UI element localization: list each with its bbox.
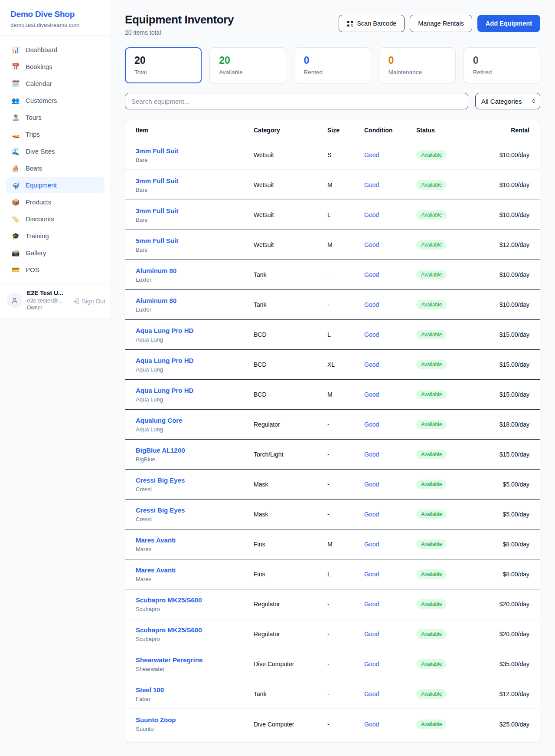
sidebar-item-label: Calendar [26, 80, 52, 87]
sidebar-item-dashboard[interactable]: 📊 Dashboard [6, 42, 104, 58]
category-select[interactable]: All Categories [475, 93, 540, 109]
condition-link[interactable]: Good [364, 601, 379, 608]
items-total-count: 20 items total [125, 29, 234, 36]
condition-link[interactable]: Good [364, 181, 379, 188]
condition-cell: Good [364, 421, 416, 428]
speedboat-icon: 🚤 [11, 131, 20, 138]
sidebar-item-equipment[interactable]: 🤿 Equipment [6, 177, 104, 193]
category-cell: Regulator [254, 601, 327, 608]
sidebar-item-calendar[interactable]: 🗓️ Calendar [6, 76, 104, 92]
item-cell: Cressi Big Eyes Cressi [136, 506, 254, 523]
condition-link[interactable]: Good [364, 211, 379, 218]
condition-link[interactable]: Good [364, 241, 379, 248]
condition-link[interactable]: Good [364, 631, 379, 638]
condition-link[interactable]: Good [364, 661, 379, 667]
condition-cell: Good [364, 720, 416, 728]
stat-card-maintenance[interactable]: 0 Maintenance [379, 47, 456, 83]
status-cell: Available [416, 270, 490, 279]
status-badge: Available [416, 420, 447, 429]
sign-out-button[interactable]: Sign Out [72, 298, 105, 305]
sidebar-item-discounts[interactable]: 🏷️ Discounts [6, 211, 104, 227]
sidebar-item-label: Gallery [26, 249, 46, 256]
sidebar-item-label: Training [26, 232, 49, 240]
item-link[interactable]: Scubapro MK25/S600 [136, 626, 202, 634]
condition-link[interactable]: Good [364, 391, 379, 398]
item-brand: Cressi [136, 516, 254, 523]
condition-link[interactable]: Good [364, 421, 379, 428]
condition-link[interactable]: Good [364, 571, 379, 578]
stat-card-retired[interactable]: 0 Retired [464, 47, 540, 83]
item-cell: 5mm Full Suit Bare [136, 237, 254, 253]
item-link[interactable]: Suunto Zoop [136, 716, 176, 723]
sidebar-item-bookings[interactable]: 📅 Bookings [6, 59, 104, 75]
column-header-status: Status [416, 127, 490, 134]
sidebar-item-customers[interactable]: 👥 Customers [6, 92, 104, 108]
search-input[interactable] [125, 93, 468, 109]
add-equipment-button[interactable]: Add Equipment [477, 15, 540, 32]
status-badge: Available [416, 629, 447, 639]
sidebar-item-boats[interactable]: ⛵ Boats [6, 160, 104, 176]
condition-link[interactable]: Good [364, 721, 379, 728]
sidebar-item-pos[interactable]: 💳 POS [6, 262, 104, 278]
condition-link[interactable]: Good [364, 331, 379, 338]
sidebar-item-gallery[interactable]: 📸 Gallery [6, 245, 104, 261]
item-brand: Shearwater [136, 666, 254, 672]
stat-card-total[interactable]: 20 Total [125, 47, 202, 83]
stat-card-available[interactable]: 20 Available [209, 47, 286, 83]
status-badge: Available [416, 270, 447, 279]
item-link[interactable]: Mares Avanti [136, 536, 176, 544]
sidebar-item-dive-sites[interactable]: 🌊 Dive Sites [6, 143, 104, 159]
item-link[interactable]: Cressi Big Eyes [136, 506, 185, 514]
sidebar-item-trips[interactable]: 🚤 Trips [6, 126, 104, 142]
item-link[interactable]: Cressi Big Eyes [136, 477, 185, 484]
condition-link[interactable]: Good [364, 151, 379, 158]
item-link[interactable]: Aqualung Core [136, 417, 183, 424]
item-link[interactable]: Shearwater Peregrine [136, 656, 202, 664]
condition-link[interactable]: Good [364, 451, 379, 458]
sidebar-item-label: Bookings [26, 63, 52, 70]
item-link[interactable]: Aqua Lung Pro HD [136, 357, 193, 364]
status-badge: Available [416, 210, 447, 220]
condition-link[interactable]: Good [364, 361, 379, 368]
condition-link[interactable]: Good [364, 511, 379, 518]
item-link[interactable]: Aluminum 80 [136, 267, 176, 274]
item-link[interactable]: Scubapro MK25/S600 [136, 596, 202, 604]
item-brand: Scubapro [136, 606, 254, 612]
item-link[interactable]: Mares Avanti [136, 566, 176, 574]
status-cell: Available [416, 599, 490, 609]
filter-row: All Categories [125, 93, 540, 109]
condition-link[interactable]: Good [364, 301, 379, 308]
condition-link[interactable]: Good [364, 481, 379, 488]
item-link[interactable]: 3mm Full Suit [136, 207, 178, 214]
item-brand: Mares [136, 546, 254, 552]
item-link[interactable]: Aqua Lung Pro HD [136, 327, 193, 334]
sidebar-item-tours[interactable]: 🏝️ Tours [6, 109, 104, 125]
size-cell: - [327, 721, 364, 728]
condition-link[interactable]: Good [364, 541, 379, 548]
rental-price: $12.00/day [490, 241, 529, 248]
item-link[interactable]: 5mm Full Suit [136, 237, 178, 244]
status-badge: Available [416, 599, 447, 609]
table-row: Cressi Big Eyes Cressi Mask - Good Avail… [125, 470, 540, 500]
item-brand: Bare [136, 217, 254, 223]
status-cell: Available [416, 150, 490, 160]
condition-link[interactable]: Good [364, 271, 379, 278]
item-link[interactable]: BigBlue AL1200 [136, 447, 185, 454]
category-cell: Wetsuit [254, 151, 327, 158]
rental-price: $20.00/day [490, 631, 529, 638]
item-link[interactable]: Steel 100 [136, 686, 164, 694]
condition-link[interactable]: Good [364, 690, 379, 697]
item-link[interactable]: Aqua Lung Pro HD [136, 387, 193, 394]
item-cell: Scubapro MK25/S600 Scubapro [136, 626, 254, 642]
item-brand: Suunto [136, 726, 254, 732]
table-row: Shearwater Peregrine Shearwater Dive Com… [125, 649, 540, 679]
scan-barcode-button[interactable]: Scan Barcode [339, 15, 405, 32]
item-link[interactable]: Aluminum 80 [136, 297, 176, 304]
sidebar-item-products[interactable]: 📦 Products [6, 194, 104, 210]
manage-rentals-button[interactable]: Manage Rentals [410, 15, 472, 32]
stat-card-rented[interactable]: 0 Rented [294, 47, 371, 83]
item-link[interactable]: 3mm Full Suit [136, 147, 178, 154]
item-link[interactable]: 3mm Full Suit [136, 177, 178, 184]
size-cell: - [327, 271, 364, 278]
sidebar-item-training[interactable]: 🎓 Training [6, 228, 104, 244]
